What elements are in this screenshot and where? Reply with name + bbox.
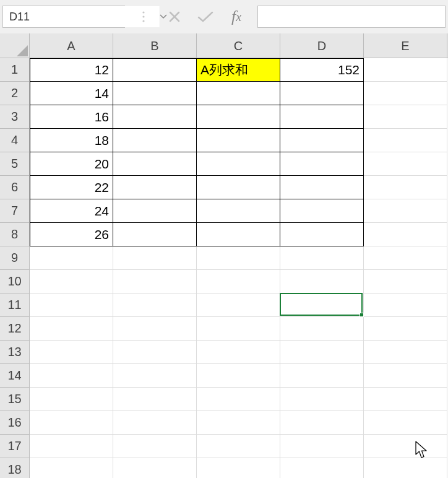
cell-E11[interactable] <box>364 293 447 317</box>
cell-A1[interactable]: 12 <box>30 58 113 82</box>
cell-D8[interactable] <box>280 223 364 246</box>
row-header-6[interactable]: 6 <box>0 176 29 199</box>
cell-C14[interactable] <box>197 364 280 388</box>
cell-B3[interactable] <box>113 105 197 129</box>
cell-A12[interactable] <box>30 317 113 341</box>
cell-A14[interactable] <box>30 364 113 388</box>
cell-B18[interactable] <box>113 458 197 478</box>
cell-B17[interactable] <box>113 435 197 458</box>
cell-B4[interactable] <box>113 129 197 152</box>
cell-D13[interactable] <box>280 341 364 364</box>
cell-B2[interactable] <box>113 82 197 105</box>
col-header-B[interactable]: B <box>113 33 197 58</box>
col-header-D[interactable]: D <box>280 33 364 58</box>
cell-B13[interactable] <box>113 341 197 364</box>
row-header-16[interactable]: 16 <box>0 411 29 435</box>
cell-B5[interactable] <box>113 152 197 176</box>
cell-B10[interactable] <box>113 270 197 293</box>
cell-A6[interactable]: 22 <box>30 176 113 199</box>
cell-C11[interactable] <box>197 293 280 317</box>
row-header-5[interactable]: 5 <box>0 152 29 176</box>
cell-D18[interactable] <box>280 458 364 478</box>
cell-E14[interactable] <box>364 364 447 388</box>
row-header-4[interactable]: 4 <box>0 129 29 152</box>
cell-A5[interactable]: 20 <box>30 152 113 176</box>
cell-C5[interactable] <box>197 152 280 176</box>
cell-A7[interactable]: 24 <box>30 199 113 223</box>
cell-E1[interactable] <box>364 58 447 82</box>
cell-E12[interactable] <box>364 317 447 341</box>
row-header-15[interactable]: 15 <box>0 388 29 411</box>
cell-B7[interactable] <box>113 199 197 223</box>
cell-C10[interactable] <box>197 270 280 293</box>
cell-A10[interactable] <box>30 270 113 293</box>
cell-E6[interactable] <box>364 176 447 199</box>
row-header-7[interactable]: 7 <box>0 199 29 223</box>
cell-B12[interactable] <box>113 317 197 341</box>
cell-E17[interactable] <box>364 435 447 458</box>
cell-B1[interactable] <box>113 58 197 82</box>
cell-E2[interactable] <box>364 82 447 105</box>
cell-E8[interactable] <box>364 223 447 246</box>
cell-A9[interactable] <box>30 246 113 270</box>
cell-E5[interactable] <box>364 152 447 176</box>
row-header-3[interactable]: 3 <box>0 105 29 129</box>
cell-E3[interactable] <box>364 105 447 129</box>
col-header-C[interactable]: C <box>197 33 280 58</box>
cell-D15[interactable] <box>280 388 364 411</box>
cell-E10[interactable] <box>364 270 447 293</box>
cell-D16[interactable] <box>280 411 364 435</box>
cell-B16[interactable] <box>113 411 197 435</box>
cell-B15[interactable] <box>113 388 197 411</box>
cell-C6[interactable] <box>197 176 280 199</box>
cell-B8[interactable] <box>113 223 197 246</box>
cell-E16[interactable] <box>364 411 447 435</box>
cell-E7[interactable] <box>364 199 447 223</box>
row-header-17[interactable]: 17 <box>0 435 29 458</box>
cell-B14[interactable] <box>113 364 197 388</box>
row-header-12[interactable]: 12 <box>0 317 29 341</box>
cell-D12[interactable] <box>280 317 364 341</box>
cell-D9[interactable] <box>280 246 364 270</box>
cell-A2[interactable]: 14 <box>30 82 113 105</box>
row-header-18[interactable]: 18 <box>0 458 29 478</box>
formula-input[interactable] <box>257 6 446 28</box>
select-all-corner[interactable] <box>0 33 30 58</box>
cell-A11[interactable] <box>30 293 113 317</box>
row-header-10[interactable]: 10 <box>0 270 29 293</box>
cell-D14[interactable] <box>280 364 364 388</box>
name-box[interactable] <box>2 6 125 28</box>
col-header-E[interactable]: E <box>364 33 447 58</box>
cell-C13[interactable] <box>197 341 280 364</box>
cell-C16[interactable] <box>197 411 280 435</box>
cell-C4[interactable] <box>197 129 280 152</box>
cell-D17[interactable] <box>280 435 364 458</box>
cell-C15[interactable] <box>197 388 280 411</box>
cell-C1[interactable]: A列求和 <box>197 58 280 82</box>
cell-D4[interactable] <box>280 129 364 152</box>
cell-D3[interactable] <box>280 105 364 129</box>
cell-E9[interactable] <box>364 246 447 270</box>
cell-A17[interactable] <box>30 435 113 458</box>
cell-B11[interactable] <box>113 293 197 317</box>
cell-A13[interactable] <box>30 341 113 364</box>
row-header-9[interactable]: 9 <box>0 246 29 270</box>
cell-E4[interactable] <box>364 129 447 152</box>
col-header-A[interactable]: A <box>30 33 113 58</box>
cell-B9[interactable] <box>113 246 197 270</box>
cell-D2[interactable] <box>280 82 364 105</box>
row-header-2[interactable]: 2 <box>0 82 29 105</box>
row-header-1[interactable]: 1 <box>0 58 29 82</box>
cell-D7[interactable] <box>280 199 364 223</box>
row-header-8[interactable]: 8 <box>0 223 29 246</box>
cell-C9[interactable] <box>197 246 280 270</box>
cell-D1[interactable]: 152 <box>280 58 364 82</box>
row-header-11[interactable]: 11 <box>0 293 29 317</box>
cell-B6[interactable] <box>113 176 197 199</box>
cell-D10[interactable] <box>280 270 364 293</box>
cell-E13[interactable] <box>364 341 447 364</box>
cell-E18[interactable] <box>364 458 447 478</box>
cell-D6[interactable] <box>280 176 364 199</box>
cell-C8[interactable] <box>197 223 280 246</box>
row-header-13[interactable]: 13 <box>0 341 29 364</box>
